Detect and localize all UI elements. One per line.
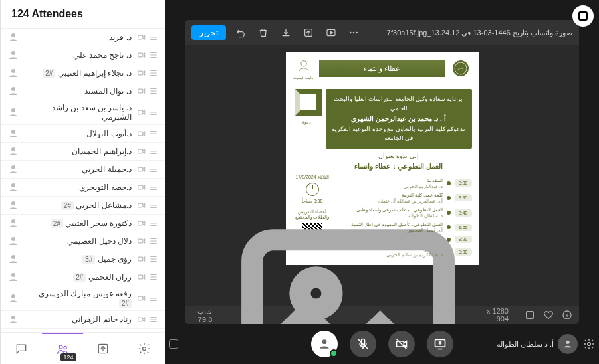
menu-icon[interactable] xyxy=(149,219,158,228)
heart-icon[interactable] xyxy=(543,310,554,320)
camera-off-icon xyxy=(137,294,146,303)
attendee-row[interactable]: د. ناجح محمد علي xyxy=(1,46,165,64)
attendee-row[interactable]: دلال دخيل العصيمي xyxy=(1,232,165,250)
meeting-controls: أ. د سلطان الطوالة xyxy=(165,324,599,364)
menu-icon[interactable] xyxy=(149,108,158,117)
avatar-icon xyxy=(7,49,19,61)
attendee-row[interactable]: د.جميلة الحربي xyxy=(1,161,165,179)
attendee-row[interactable]: د. فريد xyxy=(1,29,165,46)
attendee-row[interactable]: د.مشاعل الحربي #2 xyxy=(1,197,165,215)
avatar-icon xyxy=(7,217,19,229)
attendee-row[interactable]: رفعه عويس مبارك الدوسري #2 xyxy=(1,286,165,311)
attendee-row[interactable]: د.حصه التويجري xyxy=(1,179,165,197)
menu-icon[interactable] xyxy=(149,272,158,282)
attendees-list[interactable]: د. فريدد. ناجح محمد عليد. نجلاء إبراهيم … xyxy=(1,29,165,332)
share-screen-button[interactable] xyxy=(427,331,453,357)
tab-attendees[interactable]: 124 xyxy=(42,333,83,364)
avatar-icon xyxy=(7,85,19,97)
svg-rect-49 xyxy=(138,318,143,321)
attendee-row[interactable]: رزان العجمي #2 xyxy=(1,268,165,286)
stop-share-button[interactable] xyxy=(572,5,594,27)
camera-off-button[interactable] xyxy=(388,331,415,357)
svg-point-44 xyxy=(11,255,15,259)
attendee-name: رناد حاتم الزهراني xyxy=(25,315,132,324)
attendee-name: د. ياسر بن سعد بن راشد الشبرمي xyxy=(25,103,132,122)
attendee-row[interactable]: د. ياسر بن سعد بن راشد الشبرمي xyxy=(1,100,165,125)
camera-off-icon xyxy=(137,108,146,117)
tab-chat[interactable] xyxy=(1,333,42,364)
svg-rect-35 xyxy=(138,185,143,189)
svg-point-28 xyxy=(11,108,15,112)
active-speaker-name: أ. د سلطان الطوالة xyxy=(497,340,554,349)
poster-band: عطاء وانتماء xyxy=(319,60,445,77)
menu-icon[interactable] xyxy=(149,236,158,246)
menu-icon[interactable] xyxy=(149,86,158,96)
attendee-name: د. ناجح محمد علي xyxy=(25,50,132,60)
camera-off-icon xyxy=(137,219,146,228)
attendee-row[interactable]: د.أيوب البهلال xyxy=(1,125,165,143)
attendee-row[interactable]: دكتورة سحر العتيبي #2 xyxy=(1,215,165,232)
avatar-icon xyxy=(7,106,19,118)
undo-icon[interactable] xyxy=(233,25,249,41)
svg-point-17 xyxy=(566,341,569,344)
attendee-row[interactable]: رؤى جميل #3 xyxy=(1,250,165,268)
menu-icon[interactable] xyxy=(149,165,158,174)
edit-button[interactable]: تحرير xyxy=(191,25,226,40)
trash-icon[interactable] xyxy=(255,25,271,41)
seal-icon xyxy=(449,57,472,80)
menu-icon[interactable] xyxy=(149,201,158,210)
attendee-name: د.جميلة الحربي xyxy=(25,165,132,174)
attendee-row[interactable]: د. نوال المسند xyxy=(1,82,165,100)
attendee-row[interactable]: رناد حاتم الزهراني xyxy=(1,311,165,329)
svg-point-59 xyxy=(59,345,62,349)
mic-muted-button[interactable] xyxy=(350,331,376,357)
clock-icon xyxy=(306,183,319,196)
attendee-row[interactable]: د. نجلاء إبراهيم العتيبي #2 xyxy=(1,64,165,82)
camera-off-icon xyxy=(137,315,146,324)
tab-settings[interactable] xyxy=(124,333,165,364)
svg-point-60 xyxy=(64,346,66,349)
menu-icon[interactable] xyxy=(149,183,158,192)
svg-rect-45 xyxy=(138,275,143,279)
profile-button[interactable] xyxy=(311,331,338,357)
play-icon[interactable] xyxy=(323,25,339,41)
menu-icon[interactable] xyxy=(149,315,158,324)
svg-point-26 xyxy=(11,87,15,91)
svg-point-48 xyxy=(11,294,15,298)
camera-off-icon xyxy=(137,33,146,42)
menu-icon[interactable] xyxy=(149,50,158,60)
expand-corner-icon[interactable] xyxy=(169,339,178,349)
svg-point-38 xyxy=(11,201,15,205)
max-icon[interactable] xyxy=(525,310,535,320)
svg-point-13 xyxy=(322,339,326,344)
main-video-area: صورة واتساب بتاريخ 1446-03-13 في 13.24.1… xyxy=(165,0,599,364)
menu-icon[interactable] xyxy=(149,254,158,264)
menu-icon[interactable] xyxy=(149,147,158,156)
menu-icon[interactable] xyxy=(149,294,158,303)
menu-icon[interactable] xyxy=(149,33,158,42)
more-icon[interactable] xyxy=(346,25,362,41)
attendee-name: د.أيوب البهلال xyxy=(25,129,132,138)
attendee-name: دكتورة سحر العتيبي #2 xyxy=(25,219,132,228)
svg-point-22 xyxy=(11,51,15,55)
avatar-icon xyxy=(7,271,19,283)
tab-share[interactable] xyxy=(83,333,124,364)
menu-icon[interactable] xyxy=(149,129,158,138)
attendee-name: دلال دخيل العصيمي xyxy=(25,236,132,246)
svg-point-50 xyxy=(11,316,15,319)
menu-icon[interactable] xyxy=(149,68,158,78)
svg-point-24 xyxy=(11,69,15,73)
attendee-count-badge: 124 xyxy=(60,353,76,361)
active-speaker-tile[interactable]: أ. د سلطان الطوالة xyxy=(497,334,578,354)
svg-rect-29 xyxy=(138,132,143,136)
attendee-row[interactable]: د.إبراهيم الحميدان xyxy=(1,143,165,161)
download-icon[interactable] xyxy=(278,25,294,41)
svg-point-40 xyxy=(11,219,15,223)
share-out-icon[interactable] xyxy=(300,25,316,41)
camera-off-icon xyxy=(137,165,146,174)
svg-rect-10 xyxy=(527,312,534,319)
avatar-icon xyxy=(7,199,19,211)
info-icon[interactable] xyxy=(562,310,572,320)
settings-small-icon[interactable] xyxy=(583,338,595,350)
svg-rect-27 xyxy=(138,110,143,114)
